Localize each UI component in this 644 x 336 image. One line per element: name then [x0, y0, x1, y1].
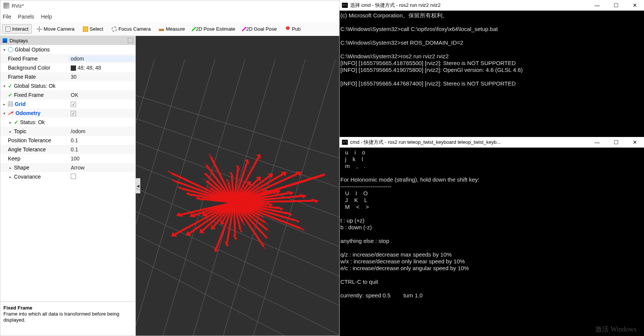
- terminal-teleop-titlebar[interactable]: c:\ cmd - 快捷方式 - ros2 run teleop_twist_k…: [340, 137, 644, 148]
- tool-select[interactable]: Select: [79, 24, 107, 34]
- rviz-title: RViz*: [12, 3, 24, 9]
- menu-help[interactable]: Help: [41, 14, 52, 20]
- dock-toggle-icon[interactable]: [128, 38, 133, 43]
- minimize-button[interactable]: —: [590, 139, 604, 145]
- terminal-rviz-title: 选择 cmd - 快捷方式 - ros2 run rviz2 rviz2: [350, 2, 441, 9]
- check-icon: ✓: [8, 92, 12, 98]
- displays-panel: Displays ▾Global Options Fixed Frameodom…: [0, 36, 136, 336]
- maximize-button[interactable]: ☐: [609, 139, 623, 145]
- tree-odometry[interactable]: ▾Odometry✓: [0, 109, 135, 118]
- cmd-icon: c:\: [342, 3, 348, 8]
- close-button[interactable]: ✕: [628, 2, 642, 8]
- focus-camera-icon: [112, 26, 117, 32]
- tree-grid[interactable]: ▸Grid✓: [0, 100, 135, 109]
- menu-panels[interactable]: Panels: [18, 14, 34, 20]
- check-icon: ✓: [14, 119, 19, 125]
- description-panel: Fixed Frame Frame into which all data is…: [0, 302, 135, 336]
- tool-publish-point[interactable]: Pub: [282, 24, 304, 34]
- interact-icon: [5, 26, 11, 32]
- svg-line-89: [234, 202, 235, 236]
- tree-shape[interactable]: ▸ShapeArrow: [0, 163, 135, 172]
- rviz-app-icon: [3, 3, 9, 9]
- terminal-teleop: c:\ cmd - 快捷方式 - ros2 run teleop_twist_k…: [340, 137, 644, 336]
- terminal-teleop-output[interactable]: u i o j k l m , . For Holonomic mode (st…: [340, 148, 644, 300]
- description-body: Frame into which all data is transformed…: [3, 311, 119, 323]
- pose-estimate-icon: [191, 26, 196, 31]
- tool-measure[interactable]: Measure: [155, 24, 188, 34]
- terminal-rviz-titlebar[interactable]: c:\ 选择 cmd - 快捷方式 - ros2 run rviz2 rviz2…: [340, 0, 644, 11]
- displays-header[interactable]: Displays: [0, 36, 135, 45]
- svg-line-7: [136, 248, 339, 336]
- odometry-arrows: [158, 134, 325, 255]
- minimize-button[interactable]: —: [590, 2, 604, 8]
- description-title: Fixed Frame: [3, 305, 33, 311]
- grid-icon: [8, 101, 13, 107]
- publish-point-icon: [285, 26, 290, 32]
- measure-icon: [159, 29, 164, 31]
- maximize-button[interactable]: ☐: [609, 2, 623, 8]
- color-swatch[interactable]: [71, 65, 76, 71]
- tool-2d-goal[interactable]: 2D Goal Pose: [240, 24, 280, 34]
- gear-icon: [8, 47, 13, 52]
- tree-angle-tolerance[interactable]: Angle Tolerance0.1: [0, 145, 135, 154]
- terminal-rviz-output[interactable]: (c) Microsoft Corporation。保留所有权利。 C:\Win…: [340, 11, 644, 89]
- tree-odom-status[interactable]: ▸✓Status: Ok: [0, 118, 135, 127]
- terminal-teleop-title: cmd - 快捷方式 - ros2 run teleop_twist_keybo…: [350, 139, 501, 146]
- tree-keep[interactable]: Keep100: [0, 154, 135, 163]
- terminal-rviz: c:\ 选择 cmd - 快捷方式 - ros2 run rviz2 rviz2…: [340, 0, 644, 137]
- check-icon: ✓: [8, 83, 12, 89]
- tree-fixed-frame-status[interactable]: ✓Fixed FrameOK: [0, 90, 135, 100]
- svg-marker-82: [265, 236, 270, 241]
- tool-2d-pose[interactable]: 2D Pose Estimate: [190, 24, 239, 34]
- tree-frame-rate[interactable]: Frame Rate30: [0, 72, 135, 81]
- tree-covariance[interactable]: ▸Covariance: [0, 172, 135, 181]
- grid-checkbox[interactable]: ✓: [71, 102, 76, 107]
- tree-background-color[interactable]: Background Color48; 48; 48: [0, 63, 135, 72]
- windows-watermark: 激活 Windows: [595, 325, 636, 334]
- svg-marker-80: [265, 228, 270, 233]
- rviz-window: RViz* File Panels Help Interact Move Cam…: [0, 0, 340, 336]
- odometry-icon: [8, 111, 14, 115]
- cmd-icon: c:\: [342, 140, 348, 145]
- displays-tree[interactable]: ▾Global Options Fixed Frameodom Backgrou…: [0, 45, 135, 302]
- covariance-checkbox[interactable]: [71, 174, 76, 179]
- tree-position-tolerance[interactable]: Position Tolerance0.1: [0, 136, 135, 145]
- tree-global-status[interactable]: ▾✓Global Status: Ok: [0, 81, 135, 90]
- close-button[interactable]: ✕: [628, 139, 642, 145]
- tool-move-camera[interactable]: Move Camera: [33, 24, 78, 34]
- rviz-menubar: File Panels Help: [0, 11, 339, 22]
- tool-focus-camera[interactable]: Focus Camera: [108, 24, 154, 34]
- tool-interact[interactable]: Interact: [2, 24, 32, 34]
- menu-file[interactable]: File: [3, 14, 11, 20]
- displays-icon: [3, 38, 7, 43]
- 3d-viewport[interactable]: ◀: [136, 36, 339, 336]
- move-camera-icon: [37, 26, 42, 32]
- goal-pose-icon: [242, 26, 247, 31]
- select-icon: [83, 26, 88, 32]
- tree-global-options[interactable]: ▾Global Options: [0, 45, 135, 54]
- rviz-titlebar[interactable]: RViz*: [0, 0, 339, 11]
- tree-fixed-frame[interactable]: Fixed Frameodom: [0, 54, 135, 63]
- tree-odom-topic[interactable]: ▸Topic/odom: [0, 127, 135, 136]
- rviz-toolbar: Interact Move Camera Select Focus Camera…: [0, 22, 339, 36]
- odometry-checkbox[interactable]: ✓: [71, 111, 76, 116]
